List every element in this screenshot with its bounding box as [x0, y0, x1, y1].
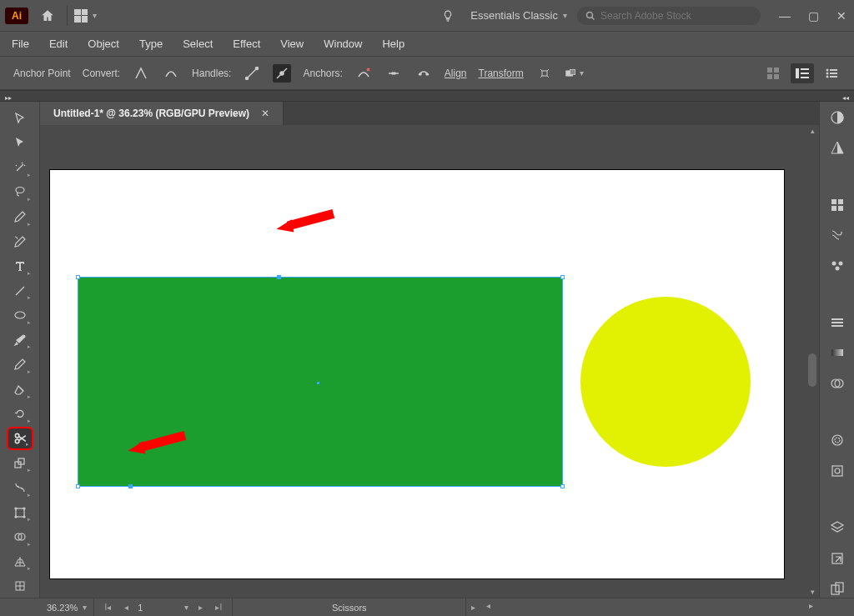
svg-point-0 — [587, 12, 593, 18]
prev-artboard-button[interactable]: ◂ — [119, 603, 133, 612]
selection-handle[interactable] — [76, 275, 80, 279]
menu-edit[interactable]: Edit — [49, 38, 68, 50]
tool-curvature[interactable] — [7, 230, 33, 253]
scroll-right-icon[interactable]: ▸ — [804, 601, 817, 610]
anchor-point[interactable] — [128, 484, 133, 488]
svg-point-28 — [15, 439, 19, 443]
panel-collapse-icon[interactable]: ◂◂ — [842, 94, 849, 102]
tool-perspective[interactable]: ▸ — [7, 550, 33, 573]
menu-bar: File Edit Object Type Select Effect View… — [0, 32, 854, 57]
canvas[interactable] — [40, 125, 806, 598]
svg-rect-14 — [774, 74, 779, 79]
artboard — [50, 170, 784, 578]
close-button[interactable]: ✕ — [834, 9, 849, 23]
toolbar-collapse-icon[interactable]: ▸▸ — [5, 94, 12, 102]
cut-path-icon[interactable] — [414, 64, 433, 83]
panel-stroke-icon[interactable] — [827, 313, 847, 332]
ellipse-shape[interactable] — [580, 297, 751, 467]
panel-transparency-icon[interactable] — [827, 374, 847, 393]
panel-menu-icon[interactable] — [791, 63, 814, 83]
align-to-icon[interactable]: ▾ — [565, 64, 584, 83]
panel-appearance-icon[interactable] — [827, 431, 847, 449]
home-button[interactable] — [35, 3, 60, 28]
scroll-left-icon[interactable]: ◂ — [481, 601, 495, 610]
selection-handle[interactable] — [560, 275, 565, 279]
list-menu-icon[interactable] — [822, 64, 841, 83]
transform-link[interactable]: Transform — [479, 68, 524, 79]
vertical-scrollbar[interactable]: ▴ ▾ — [806, 125, 819, 598]
panel-artboards-icon[interactable] — [827, 579, 847, 598]
menu-effect[interactable]: Effect — [233, 38, 260, 50]
right-panel-dock — [819, 102, 854, 598]
first-artboard-button[interactable]: I◂ — [101, 603, 114, 612]
panel-swatches-icon[interactable] — [827, 196, 847, 214]
tool-scissors[interactable]: ▸ — [7, 427, 33, 450]
app-logo: Ai — [5, 8, 28, 24]
tool-type[interactable]: ▸ — [7, 254, 33, 278]
workspace-switcher[interactable]: Essentials Classic ▾ — [470, 9, 567, 22]
minimize-button[interactable]: — — [777, 9, 792, 23]
tool-ellipse[interactable]: ▸ — [7, 303, 33, 327]
tool-direct-selection[interactable] — [7, 132, 33, 155]
artboard-number[interactable]: 1 — [138, 603, 179, 613]
panel-graphic-styles-icon[interactable] — [827, 462, 847, 480]
connect-anchor-icon[interactable] — [384, 64, 403, 83]
selection-handle[interactable] — [76, 484, 80, 488]
isolate-icon[interactable] — [535, 64, 554, 83]
scrollbar-thumb[interactable] — [808, 353, 816, 387]
discover-icon[interactable] — [437, 5, 459, 27]
selection-handle[interactable] — [560, 484, 565, 488]
tool-pencil[interactable]: ▸ — [7, 353, 33, 376]
convert-corner-icon[interactable] — [132, 64, 150, 83]
tool-eraser[interactable]: ▸ — [7, 378, 33, 401]
show-handles-icon[interactable] — [243, 64, 261, 83]
tool-selection[interactable] — [7, 107, 33, 130]
tool-free-transform[interactable]: ▸ — [7, 501, 33, 524]
search-stock[interactable] — [577, 7, 761, 25]
anchor-point[interactable] — [277, 275, 281, 279]
tool-shape-builder[interactable]: ▸ — [7, 525, 33, 548]
panel-layers-icon[interactable] — [827, 518, 847, 537]
tool-rotate[interactable]: ▸ — [7, 403, 33, 426]
horizontal-scrollbar[interactable]: ◂ ▸ — [480, 598, 819, 616]
tool-magic-wand[interactable]: ▸ — [7, 156, 33, 179]
arrange-documents[interactable]: ▾ — [74, 9, 97, 23]
menu-select[interactable]: Select — [183, 38, 213, 50]
remove-anchor-icon[interactable] — [354, 64, 373, 83]
panel-color-guide-icon[interactable] — [827, 138, 847, 157]
status-menu-icon[interactable]: ▸ — [466, 603, 480, 612]
menu-help[interactable]: Help — [382, 38, 404, 50]
grid-view-icon[interactable] — [764, 64, 782, 83]
tool-width[interactable]: ▸ — [7, 476, 33, 499]
panel-gradient-icon[interactable] — [827, 343, 847, 362]
hide-handles-icon[interactable] — [273, 64, 291, 83]
tool-lasso[interactable]: ▸ — [7, 181, 33, 204]
panel-asset-export-icon[interactable] — [827, 548, 847, 567]
panel-brushes-icon[interactable] — [827, 226, 847, 244]
tool-pen[interactable]: ▸ — [7, 205, 33, 228]
scroll-down-icon[interactable]: ▾ — [811, 586, 815, 598]
search-input[interactable] — [600, 10, 752, 22]
tab-close-icon[interactable]: ✕ — [261, 108, 269, 119]
tool-paintbrush[interactable]: ▸ — [7, 328, 33, 352]
menu-view[interactable]: View — [280, 38, 304, 50]
menu-type[interactable]: Type — [139, 38, 163, 50]
tool-mesh[interactable] — [7, 574, 33, 598]
menu-object[interactable]: Object — [88, 38, 119, 50]
tool-scale[interactable]: ▸ — [7, 452, 33, 475]
tool-line[interactable]: ▸ — [7, 279, 33, 303]
last-artboard-button[interactable]: ▸I — [212, 603, 225, 612]
panel-color-icon[interactable] — [827, 108, 847, 127]
next-artboard-button[interactable]: ▸ — [193, 603, 207, 612]
maximize-button[interactable]: ▢ — [806, 9, 821, 23]
align-link[interactable]: Align — [445, 68, 467, 79]
zoom-level[interactable]: 36.23% ▾ — [40, 598, 94, 616]
panel-symbols-icon[interactable] — [827, 256, 847, 274]
convert-smooth-icon[interactable] — [162, 64, 180, 83]
menu-file[interactable]: File — [12, 38, 29, 50]
svg-rect-22 — [830, 73, 837, 74]
menu-window[interactable]: Window — [324, 38, 362, 50]
scroll-up-icon[interactable]: ▴ — [811, 125, 815, 137]
svg-rect-20 — [830, 69, 837, 71]
document-tab[interactable]: Untitled-1* @ 36.23% (RGB/GPU Preview) ✕ — [40, 102, 284, 125]
